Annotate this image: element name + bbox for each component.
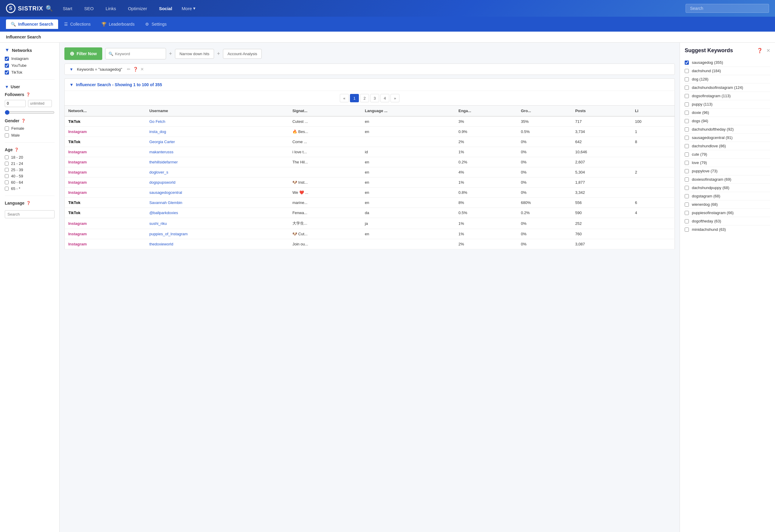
network-instagram-label[interactable]: Instagram (11, 56, 29, 61)
suggest-keyword-label[interactable]: doxiesofinstagram (69) (692, 177, 731, 181)
suggest-keyword-label[interactable]: dogsofinstagram (113) (692, 94, 731, 98)
suggest-keyword-checkbox[interactable] (685, 194, 689, 198)
followers-min-input[interactable]: 0 (5, 100, 26, 107)
language-help-icon[interactable]: ❓ (26, 201, 31, 205)
page-last-button[interactable]: » (391, 94, 400, 102)
suggest-keyword-label[interactable]: doxie (96) (692, 110, 709, 115)
age-40-59-checkbox[interactable] (5, 174, 9, 178)
followers-range-slider[interactable] (5, 110, 55, 115)
cell-username[interactable]: doglover_s (146, 167, 289, 177)
network-tiktok-label[interactable]: TikTok (11, 70, 22, 75)
nav-seo[interactable]: SEO (82, 5, 96, 12)
close-filter-icon[interactable]: ✕ (140, 67, 144, 72)
nav-links[interactable]: Links (103, 5, 118, 12)
suggest-keyword-checkbox[interactable] (685, 119, 689, 123)
narrow-down-button[interactable]: Narrow down hits (175, 49, 214, 59)
suggest-keyword-checkbox[interactable] (685, 86, 689, 90)
cell-username[interactable]: sushi_riku (146, 218, 289, 229)
age-40-59-label[interactable]: 40 - 59 (11, 174, 23, 178)
page-3-button[interactable]: 3 (370, 94, 379, 102)
suggest-keyword-label[interactable]: love (79) (692, 160, 707, 165)
suggest-keyword-checkbox[interactable] (685, 219, 689, 223)
suggest-close-icon[interactable]: ✕ (766, 48, 770, 53)
age-25-39-label[interactable]: 25 - 39 (11, 167, 23, 172)
suggest-keyword-label[interactable]: cute (79) (692, 152, 707, 156)
page-first-button[interactable]: « (340, 94, 349, 102)
suggest-keyword-label[interactable]: sausagedogcentral (91) (692, 135, 733, 140)
cell-username[interactable]: dogspupsworld (146, 177, 289, 187)
network-instagram-checkbox[interactable] (5, 57, 9, 61)
network-youtube-label[interactable]: YouTube (11, 63, 27, 68)
suggest-keyword-checkbox[interactable] (685, 69, 689, 73)
suggest-keyword-checkbox[interactable] (685, 94, 689, 98)
suggest-keyword-label[interactable]: dogs (94) (692, 119, 708, 123)
gender-female-checkbox[interactable] (5, 126, 9, 131)
suggest-keyword-checkbox[interactable] (685, 202, 689, 207)
account-analysis-button[interactable]: Account-Analysis (223, 49, 262, 59)
nav-start[interactable]: Start (60, 5, 75, 12)
age-65-plus-label[interactable]: 65 - * (11, 186, 20, 191)
age-18-20-label[interactable]: 18 - 20 (11, 155, 23, 159)
tab-leaderboards[interactable]: 🏆 Leaderboards (97, 19, 139, 29)
suggest-keyword-checkbox[interactable] (685, 152, 689, 156)
cell-username[interactable]: puppies_of_Instagram (146, 229, 289, 239)
tab-collections[interactable]: ☰ Collections (59, 19, 95, 29)
suggest-keyword-checkbox[interactable] (685, 127, 689, 131)
age-60-64-checkbox[interactable] (5, 180, 9, 184)
gender-male-checkbox[interactable] (5, 133, 9, 137)
page-2-button[interactable]: 2 (360, 94, 369, 102)
suggest-keyword-label[interactable]: puppiesofinstagram (66) (692, 210, 734, 215)
page-1-button[interactable]: 1 (350, 94, 359, 102)
cell-username[interactable]: insta_dog (146, 127, 289, 137)
tab-settings[interactable]: ⚙ Settings (140, 19, 171, 29)
cell-username[interactable]: makanterusss (146, 147, 289, 157)
suggest-keyword-checkbox[interactable] (685, 177, 689, 181)
nav-optimizer[interactable]: Optimizer (125, 5, 149, 12)
suggest-keyword-checkbox[interactable] (685, 227, 689, 232)
filter-now-button[interactable]: ⊕ Filter Now (64, 47, 102, 60)
edit-filter-icon[interactable]: ✏ (127, 67, 131, 72)
age-help-icon[interactable]: ❓ (14, 148, 19, 152)
nav-more[interactable]: More ▾ (182, 6, 195, 11)
followers-max-input[interactable] (28, 100, 52, 107)
suggest-keyword-label[interactable]: dachshundpuppy (68) (692, 185, 729, 190)
age-18-20-checkbox[interactable] (5, 155, 9, 159)
cell-username[interactable]: Go Fetch (146, 116, 289, 127)
suggest-keyword-checkbox[interactable] (685, 136, 689, 140)
suggest-keyword-label[interactable]: dachshundlove (86) (692, 144, 726, 148)
suggest-keyword-label[interactable]: dachshundsofinstagram (124) (692, 85, 743, 90)
tab-influencer-search[interactable]: 🔍 Influencer Search (6, 19, 58, 29)
suggest-keyword-checkbox[interactable] (685, 111, 689, 115)
suggest-keyword-label[interactable]: dachshundoftheday (92) (692, 127, 734, 131)
age-25-39-checkbox[interactable] (5, 168, 9, 172)
suggest-keyword-label[interactable]: dogoftheday (63) (692, 219, 721, 223)
suggest-keyword-label[interactable]: dog (128) (692, 77, 709, 81)
gender-male-label[interactable]: Male (11, 133, 20, 137)
cell-username[interactable]: Georgia Carter (146, 137, 289, 147)
age-21-24-checkbox[interactable] (5, 162, 9, 165)
age-60-64-label[interactable]: 60 - 64 (11, 180, 23, 184)
language-search-input[interactable] (5, 210, 55, 218)
top-search-input[interactable] (686, 4, 769, 13)
cell-username[interactable]: @ballparkdoxies (146, 208, 289, 218)
cell-username[interactable]: thedoxieworld (146, 239, 289, 249)
gender-female-label[interactable]: Female (11, 126, 24, 131)
suggest-keyword-checkbox[interactable] (685, 144, 689, 148)
age-21-24-label[interactable]: 21 - 24 (11, 161, 23, 166)
page-4-button[interactable]: 4 (380, 94, 389, 102)
suggest-keyword-checkbox[interactable] (685, 77, 689, 81)
followers-help-icon[interactable]: ❓ (26, 92, 30, 97)
suggest-keyword-label[interactable]: dogstagram (68) (692, 194, 720, 198)
suggest-keyword-label[interactable]: dachshund (184) (692, 69, 721, 73)
age-65-plus-checkbox[interactable] (5, 187, 9, 190)
cell-username[interactable]: sausagedogcentral (146, 187, 289, 198)
suggest-keyword-label[interactable]: puppylove (73) (692, 169, 717, 173)
suggest-keyword-label[interactable]: wienerdog (68) (692, 202, 718, 207)
help-filter-icon[interactable]: ❓ (133, 67, 138, 72)
suggest-help-icon[interactable]: ❓ (757, 48, 763, 53)
nav-social[interactable]: Social (156, 5, 174, 12)
suggest-keyword-label[interactable]: minidachshund (63) (692, 227, 726, 232)
suggest-keyword-checkbox[interactable] (685, 186, 689, 190)
suggest-keyword-label[interactable]: puppy (113) (692, 102, 712, 106)
suggest-keyword-checkbox[interactable] (685, 60, 689, 65)
